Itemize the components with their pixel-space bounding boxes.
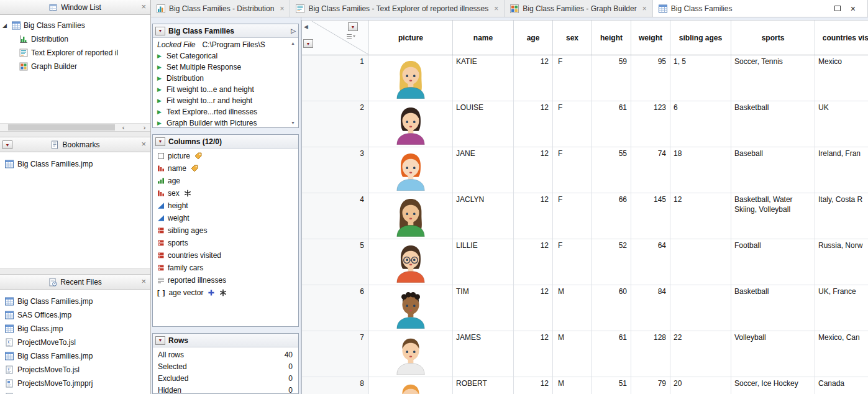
cell-weight[interactable]: 79 <box>631 377 670 394</box>
cell-sports[interactable]: Soccer, Tennis <box>731 55 815 101</box>
tree-item-distribution[interactable]: Distribution <box>0 32 150 46</box>
run-script-icon[interactable]: ▶ <box>157 75 163 81</box>
columns-menu-red-triangle[interactable]: ▼ <box>348 22 358 31</box>
cell-age[interactable]: 12 <box>514 285 553 331</box>
cell-height[interactable]: 55 <box>592 147 631 193</box>
column-header-picture[interactable]: picture <box>369 21 453 55</box>
restore-window-icon[interactable] <box>834 6 841 11</box>
column-item-picture[interactable]: picture <box>153 150 298 162</box>
cell-sibling-ages[interactable]: 22 <box>670 331 731 377</box>
cell-sibling-ages[interactable]: 20 <box>670 377 731 394</box>
run-script-icon[interactable]: ▶ <box>157 64 163 70</box>
column-header-sex[interactable]: sex <box>553 21 592 55</box>
cell-height[interactable]: 60 <box>592 285 631 331</box>
recent-file-projectmoveto-jsl[interactable]: ProjectMoveTo.jsl <box>0 336 150 349</box>
cell-sports[interactable]: Basketball, Water Skiing, Volleyball <box>731 193 815 239</box>
cell-sex[interactable]: F <box>553 55 592 101</box>
cell-age[interactable]: 12 <box>514 101 553 147</box>
cell-sibling-ages[interactable]: 1, 5 <box>670 55 731 101</box>
recent-file-big-class-jmp[interactable]: Big Class.jmp <box>0 322 150 336</box>
cell-name[interactable]: JACLYN <box>453 193 514 239</box>
recent-file-sas-offices-jmp[interactable]: SAS Offices.jmp <box>0 308 150 322</box>
tab-big-class-families[interactable]: Big Class Families× <box>653 0 868 17</box>
cell-sibling-ages[interactable]: 18 <box>670 147 731 193</box>
tab-close-icon[interactable]: × <box>280 4 284 13</box>
column-header-height[interactable]: height <box>592 21 631 55</box>
cell-height[interactable]: 61 <box>592 331 631 377</box>
cell-name[interactable]: LOUISE <box>453 101 514 147</box>
cell-age[interactable]: 12 <box>514 331 553 377</box>
cell-countries[interactable]: UK, France <box>815 285 868 331</box>
column-item-family-cars[interactable]: family cars <box>153 262 298 274</box>
cell-age[interactable]: 12 <box>514 55 553 101</box>
table-script-fit-weight-to-r-and-height[interactable]: ▶Fit weight to...r and height <box>153 95 298 106</box>
column-header-weight[interactable]: weight <box>631 21 670 55</box>
collapse-panel-icon[interactable]: ▷ <box>291 27 296 34</box>
picture-cell[interactable] <box>369 101 453 147</box>
vertical-scrollbar[interactable]: ▲ ▼ <box>289 39 297 126</box>
scroll-left-icon[interactable]: ‹ <box>119 124 128 131</box>
cell-sibling-ages[interactable]: 6 <box>670 101 731 147</box>
cell-sex[interactable]: F <box>553 239 592 285</box>
tab-big-class-families-text-explorer-of-reported-illnesses[interactable]: Big Class Families - Text Explorer of re… <box>290 0 505 17</box>
cell-sports[interactable]: Volleyball <box>731 331 815 377</box>
column-item-reported-illnesses[interactable]: reported illnesses <box>153 274 298 286</box>
scrollbar-thumb[interactable] <box>8 124 115 131</box>
tab-close-icon[interactable]: × <box>494 4 498 13</box>
cell-countries[interactable]: Russia, Norw <box>815 239 868 285</box>
column-item-sports[interactable]: sports <box>153 237 298 249</box>
cell-sex[interactable]: M <box>553 331 592 377</box>
cell-weight[interactable]: 95 <box>631 55 670 101</box>
column-header-name[interactable]: name <box>453 21 514 55</box>
picture-cell[interactable] <box>369 239 453 285</box>
rows-red-triangle-menu[interactable]: ▼ <box>155 336 165 345</box>
panel-splitter[interactable] <box>0 131 150 137</box>
cell-height[interactable]: 61 <box>592 101 631 147</box>
cell-name[interactable]: KATIE <box>453 55 514 101</box>
cell-sports[interactable]: Basketball <box>731 285 815 331</box>
cell-countries[interactable]: Ireland, Fran <box>815 147 868 193</box>
recent-file-big-class-families-jmp[interactable]: Big Class Families.jmp <box>0 349 150 363</box>
row-number-cell[interactable]: 8 <box>302 377 369 394</box>
table-script-fit-weight-to-e-and-height[interactable]: ▶Fit weight to...e and height <box>153 84 298 95</box>
columns-red-triangle-menu[interactable]: ▼ <box>155 137 165 146</box>
column-header-age[interactable]: age <box>514 21 553 55</box>
row-number-cell[interactable]: 1 <box>302 55 369 101</box>
column-header-sports[interactable]: sports <box>731 21 815 55</box>
horizontal-scrollbar[interactable]: ‹ › <box>0 123 150 131</box>
cell-name[interactable]: JAMES <box>453 331 514 377</box>
table-script-graph-builder-with-pictures[interactable]: ▶Graph Builder with Pictures <box>153 117 298 128</box>
tab-big-class-families-graph-builder[interactable]: Big Class Families - Graph Builder× <box>505 0 652 17</box>
cell-sex[interactable]: M <box>553 285 592 331</box>
recent-file-projectsmoveto-jmpprj[interactable]: ProjectsMoveTo.jmpprj <box>0 377 150 390</box>
run-script-icon[interactable]: ▶ <box>157 109 163 115</box>
rows-menu-red-triangle[interactable]: ▼ <box>303 39 313 48</box>
cell-weight[interactable]: 128 <box>631 331 670 377</box>
table-script-distribution[interactable]: ▶Distribution <box>153 73 298 84</box>
cell-height[interactable]: 59 <box>592 55 631 101</box>
scroll-down-icon[interactable]: ▼ <box>289 119 297 126</box>
table-script-set-multiple-response[interactable]: ▶Set Multiple Response <box>153 62 298 73</box>
run-script-icon[interactable]: ▶ <box>157 120 163 126</box>
row-number-cell[interactable]: 2 <box>302 101 369 147</box>
tab-close-icon[interactable]: × <box>642 4 647 13</box>
cell-sex[interactable]: F <box>553 147 592 193</box>
tree-item-text-explorer-of-reported-il[interactable]: Text Explorer of reported il <box>0 46 150 60</box>
run-script-icon[interactable]: ▶ <box>157 98 163 104</box>
table-script-set-categorical[interactable]: ▶Set Categorical <box>153 50 298 62</box>
table-script-text-explore-rted-illnesses[interactable]: ▶Text Explore...rted illnesses <box>153 106 298 117</box>
cell-sibling-ages[interactable] <box>670 285 731 331</box>
column-item-sibling-ages[interactable]: sibling ages <box>153 224 298 237</box>
cell-countries[interactable]: Italy, Costa R <box>815 193 868 239</box>
column-item-height[interactable]: height <box>153 199 298 212</box>
cell-countries[interactable]: Mexico <box>815 55 868 101</box>
row-number-cell[interactable]: 4 <box>302 193 369 239</box>
cell-sex[interactable]: F <box>553 193 592 239</box>
cell-weight[interactable]: 74 <box>631 147 670 193</box>
cell-sports[interactable]: Soccer, Ice Hockey <box>731 377 815 394</box>
picture-cell[interactable] <box>369 331 453 377</box>
picture-cell[interactable] <box>369 55 453 101</box>
picture-cell[interactable] <box>369 193 453 239</box>
cell-age[interactable]: 12 <box>514 147 553 193</box>
column-header-countries-visited[interactable]: countries visited <box>815 21 868 55</box>
